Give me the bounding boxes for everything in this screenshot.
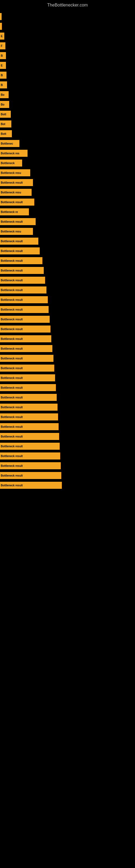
bar: Bottleneck result: [0, 365, 54, 372]
bar-row: Bottleneck result: [0, 441, 135, 451]
bar-label: Bottleneck result: [1, 406, 23, 409]
bar-row: Bottleneck result: [0, 344, 135, 353]
bar: Bott: [0, 111, 11, 118]
bar: Bottleneck result: [0, 443, 60, 450]
bar: Bottleneck result: [0, 345, 52, 352]
bar-row: Bottleneck re: [0, 207, 135, 217]
bar: Bottleneck: [0, 159, 22, 166]
bar-row: F: [0, 41, 135, 51]
bar-row: Bottleneck result: [0, 217, 135, 226]
bar-label: Bottleneck result: [1, 279, 23, 282]
bar: Bo: [0, 91, 9, 98]
bar-row: Bottleneck result: [0, 383, 135, 393]
bar-label: Bottleneck result: [1, 337, 23, 340]
bar-row: Bottleneck result: [0, 256, 135, 266]
bar-label: Bottleneck result: [1, 357, 23, 360]
bar-row: Bottleneck result: [0, 236, 135, 246]
bar-label: Bottleneck result: [1, 396, 23, 399]
bar-row: Bott: [0, 129, 135, 138]
bar-label: Bottleneck result: [1, 201, 23, 204]
bar-row: Bottleneck result: [0, 314, 135, 324]
bar-row: Bottlenec: [0, 138, 135, 148]
bar-row: Bottleneck result: [0, 305, 135, 314]
bar: Bottleneck result: [0, 413, 58, 421]
bar: Bottleneck resu: [0, 228, 33, 235]
bar-label: Bottleneck result: [1, 445, 23, 448]
bar-label: Bottleneck result: [1, 474, 23, 477]
bar: Bottleneck result: [0, 462, 61, 469]
bar: Bottleneck result: [0, 384, 56, 391]
bar-label: Bottleneck result: [1, 367, 23, 370]
bar: Bottleneck result: [0, 198, 34, 206]
bar-row: Bottleneck resu: [0, 226, 135, 236]
bar-row: Bottleneck result: [0, 197, 135, 207]
bar: Bottleneck result: [0, 423, 58, 430]
bar-row: Bottleneck resu: [0, 187, 135, 197]
bar: Bottleneck result: [0, 472, 61, 479]
bar: Bottleneck result: [0, 374, 55, 381]
bar-label: Bottleneck result: [1, 425, 23, 428]
bar-label: B: [1, 54, 3, 57]
bar: Bottleneck re: [0, 208, 29, 215]
bar: Bottleneck result: [0, 316, 50, 323]
bar: Bottleneck result: [0, 394, 57, 401]
bar: Bottleneck result: [0, 179, 33, 186]
bar: Bot: [0, 120, 11, 127]
bar-label: Bottleneck: [1, 162, 14, 165]
bar-label: Bottleneck result: [1, 181, 23, 184]
bar: Bo: [0, 101, 9, 108]
bar: B: [0, 82, 7, 88]
bar-label: Bottleneck resu: [1, 230, 21, 233]
bar-label: Bottleneck result: [1, 240, 23, 243]
bar: Bottleneck result: [0, 286, 46, 293]
bar-label: B: [1, 84, 3, 87]
bar-label: Bot: [1, 123, 5, 126]
bar-label: E: [1, 35, 3, 38]
bar: Bottleneck res: [0, 150, 28, 157]
site-title: TheBottlenecker.com: [0, 0, 135, 9]
bar-row: Bottleneck result: [0, 334, 135, 344]
bar-row: Bottleneck result: [0, 285, 135, 295]
bar-row: Bo: [0, 99, 135, 109]
bar-label: B: [1, 74, 3, 77]
bar-row: Bottleneck result: [0, 178, 135, 187]
bar-row: Bottleneck result: [0, 471, 135, 480]
bar-row: Bottleneck resu: [0, 168, 135, 178]
bar-label: Bottleneck result: [1, 220, 23, 223]
bar-row: Bottleneck result: [0, 461, 135, 471]
bar: [0, 23, 2, 30]
bar-label: E: [1, 64, 3, 67]
bar-label: Bottleneck result: [1, 299, 23, 301]
bar-label: F: [1, 44, 2, 48]
bar-label: Bottleneck result: [1, 376, 23, 379]
bar-row: Bottleneck result: [0, 246, 135, 256]
bar: Bottleneck result: [0, 326, 50, 333]
bar-label: Bottleneck result: [1, 435, 23, 438]
bar-row: Bottleneck result: [0, 480, 135, 490]
bar-label: Bottleneck result: [1, 484, 23, 487]
bar-label: Bottleneck result: [1, 250, 23, 252]
bar-row: Bottleneck result: [0, 393, 135, 402]
bar-row: [0, 12, 135, 22]
page-wrapper: TheBottlenecker.com EFBEBBBoBoBottBotBot…: [0, 0, 135, 868]
bar-row: Bottleneck result: [0, 432, 135, 441]
bar-row: [0, 22, 135, 31]
bar-label: Bottleneck result: [1, 347, 23, 350]
bar-label: Bottleneck res: [1, 152, 19, 155]
bar-label: Bottlenec: [1, 142, 13, 145]
bar-row: E: [0, 61, 135, 70]
bar: Bottleneck result: [0, 296, 48, 303]
bar: Bottleneck result: [0, 247, 40, 254]
bar-row: Bottleneck: [0, 158, 135, 168]
bar-label: Bottleneck result: [1, 415, 23, 418]
bar: Bottleneck result: [0, 277, 45, 284]
bar-label: Bott: [1, 132, 6, 135]
bar-row: Bott: [0, 109, 135, 119]
bar-label: Bottleneck re: [1, 211, 18, 214]
bar: Bottleneck result: [0, 306, 49, 313]
bar-row: Bottleneck result: [0, 266, 135, 275]
bar-row: Bottleneck result: [0, 353, 135, 363]
bar: B: [0, 72, 6, 79]
bar-row: B: [0, 51, 135, 61]
bar-label: Bottleneck result: [1, 464, 23, 467]
